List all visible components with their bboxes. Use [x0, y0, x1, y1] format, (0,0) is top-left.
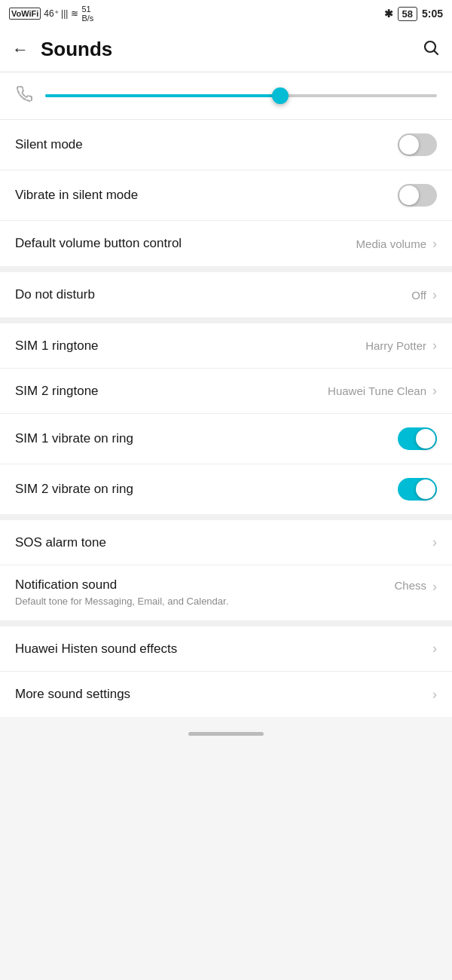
- sos-alarm-item[interactable]: SOS alarm tone ›: [0, 520, 452, 565]
- do-not-disturb-label: Do not disturb: [15, 287, 411, 302]
- settings-section-2: Do not disturb Off ›: [0, 272, 452, 317]
- sim1-ringtone-chevron: ›: [432, 338, 437, 354]
- histen-chevron: ›: [432, 641, 437, 657]
- silent-mode-item[interactable]: Silent mode: [0, 120, 452, 170]
- divider-3: [0, 514, 452, 520]
- volume-slider[interactable]: [45, 87, 437, 105]
- search-button[interactable]: [422, 38, 440, 61]
- sim2-ringtone-label: SIM 2 ringtone: [15, 384, 328, 399]
- slider-fill: [45, 94, 280, 97]
- notification-sound-label: Notification sound: [15, 577, 394, 593]
- battery-level: 58: [402, 8, 413, 20]
- vibrate-silent-label: Vibrate in silent mode: [15, 188, 398, 203]
- vibrate-silent-item[interactable]: Vibrate in silent mode: [0, 170, 452, 221]
- histen-item[interactable]: Huawei Histen sound effects ›: [0, 626, 452, 672]
- volume-button-item[interactable]: Default volume button control Media volu…: [0, 221, 452, 266]
- settings-section-4: SOS alarm tone › Notification sound Defa…: [0, 520, 452, 620]
- sim1-vibrate-knob: [416, 429, 435, 449]
- battery-icon: 58: [398, 7, 417, 21]
- sim2-ringtone-chevron: ›: [432, 383, 437, 399]
- sos-alarm-chevron: ›: [432, 534, 437, 550]
- sim1-ringtone-label: SIM 1 ringtone: [15, 338, 365, 354]
- notification-sound-sublabel: Default tone for Messaging, Email, and C…: [15, 595, 241, 608]
- histen-label: Huawei Histen sound effects: [15, 642, 431, 657]
- status-left-icons: VoWiFi 46⁺ ||| ≋ 51B/s: [9, 5, 93, 23]
- vibrate-silent-knob: [399, 185, 419, 205]
- sim1-vibrate-item[interactable]: SIM 1 vibrate on ring: [0, 414, 452, 464]
- divider-1: [0, 266, 452, 272]
- signal-bars: 46⁺ |||: [44, 8, 68, 19]
- sim1-ringtone-value: Harry Potter: [365, 339, 426, 352]
- sim2-ringtone-value: Huawei Tune Clean: [328, 384, 426, 397]
- volume-button-label: Default volume button control: [15, 236, 356, 251]
- more-sound-item[interactable]: More sound settings ›: [0, 672, 452, 717]
- silent-mode-toggle[interactable]: [398, 133, 437, 156]
- time-display: 5:05: [422, 8, 443, 20]
- sim2-ringtone-item[interactable]: SIM 2 ringtone Huawei Tune Clean ›: [0, 369, 452, 414]
- back-button[interactable]: ←: [12, 40, 29, 60]
- sos-alarm-label: SOS alarm tone: [15, 535, 431, 550]
- vibrate-silent-toggle[interactable]: [398, 184, 437, 207]
- silent-mode-label: Silent mode: [15, 137, 398, 152]
- more-sound-chevron: ›: [432, 687, 437, 703]
- bluetooth-icon: ✱: [384, 8, 393, 20]
- volume-button-value: Media volume: [356, 237, 426, 250]
- slider-track: [45, 94, 437, 97]
- wifi-icon: ≋: [71, 8, 78, 19]
- home-indicator[interactable]: [188, 732, 264, 736]
- vowifi-icon: VoWiFi: [9, 8, 41, 20]
- sim2-vibrate-toggle[interactable]: [398, 478, 437, 501]
- do-not-disturb-value: Off: [411, 289, 426, 302]
- sim1-vibrate-label: SIM 1 vibrate on ring: [15, 431, 398, 446]
- phone-icon: [15, 84, 33, 107]
- svg-line-1: [435, 51, 438, 54]
- sim2-vibrate-label: SIM 2 vibrate on ring: [15, 482, 398, 497]
- notification-sound-value: Chess: [394, 579, 426, 592]
- slider-thumb[interactable]: [272, 87, 289, 104]
- sim2-vibrate-item[interactable]: SIM 2 vibrate on ring: [0, 464, 452, 514]
- volume-button-chevron: ›: [432, 236, 437, 252]
- header: ← Sounds: [0, 27, 452, 72]
- status-bar: VoWiFi 46⁺ ||| ≋ 51B/s ✱ 58 5:05: [0, 0, 452, 27]
- sim1-vibrate-toggle[interactable]: [398, 427, 437, 450]
- settings-section-1: Silent mode Vibrate in silent mode Defau: [0, 120, 452, 266]
- volume-slider-section: [0, 72, 452, 120]
- notification-sound-chevron: ›: [432, 579, 437, 595]
- do-not-disturb-chevron: ›: [432, 287, 437, 303]
- settings-section-3: SIM 1 ringtone Harry Potter › SIM 2 ring…: [0, 323, 452, 514]
- status-right-icons: ✱ 58 5:05: [384, 7, 444, 21]
- sim2-vibrate-knob: [416, 479, 435, 499]
- data-speed: 51B/s: [81, 5, 93, 23]
- sim1-ringtone-item[interactable]: SIM 1 ringtone Harry Potter ›: [0, 323, 452, 369]
- silent-mode-knob: [399, 135, 419, 155]
- do-not-disturb-item[interactable]: Do not disturb Off ›: [0, 272, 452, 317]
- divider-2: [0, 317, 452, 323]
- divider-4: [0, 620, 452, 626]
- bottom-bar: [0, 717, 452, 748]
- page-title: Sounds: [41, 38, 410, 61]
- settings-section-5: Huawei Histen sound effects › More sound…: [0, 626, 452, 717]
- notification-sound-item[interactable]: Notification sound Default tone for Mess…: [0, 565, 452, 620]
- more-sound-label: More sound settings: [15, 687, 431, 702]
